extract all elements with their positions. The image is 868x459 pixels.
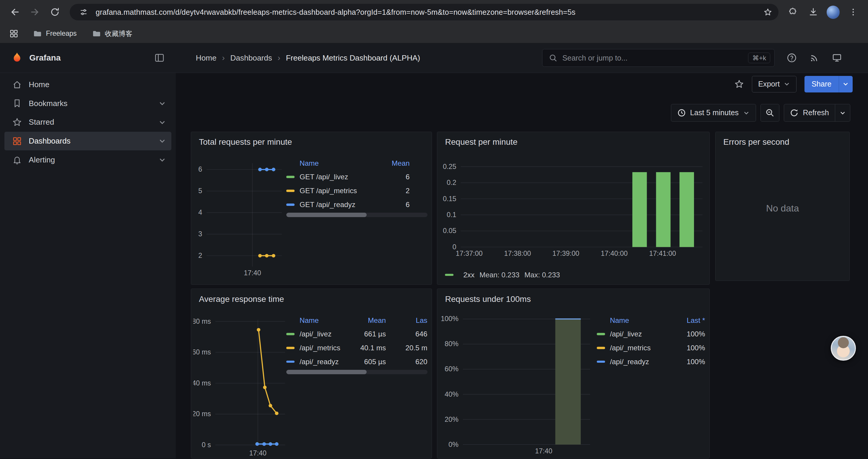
no-data-message: No data <box>716 203 849 214</box>
svg-text:40 ms: 40 ms <box>193 379 211 387</box>
series-mean: 661 µs <box>354 330 386 338</box>
bookmark-blog[interactable]: 收藏博客 <box>89 27 136 40</box>
series-name: GET /api/_metrics <box>300 187 378 195</box>
series-swatch <box>597 333 605 335</box>
legend-row[interactable]: /api/_metrics 40.1 ms 20.5 m <box>286 341 427 355</box>
menu-kebab-icon[interactable] <box>844 3 863 22</box>
chevron-down-icon[interactable] <box>158 156 166 164</box>
assistant-avatar[interactable] <box>831 336 856 361</box>
legend-row[interactable]: GET /api/_readyz 6 <box>286 198 427 211</box>
grafana-brand[interactable]: Grafana <box>11 52 61 64</box>
avg-response-chart[interactable]: 0 s20 ms40 ms60 ms80 ms17:40 <box>193 316 288 458</box>
legend-col-mean[interactable]: Mean <box>354 316 386 325</box>
url-bar[interactable]: grafana.mathmast.com/d/deytv4rwavabkb/fr… <box>70 4 778 21</box>
legend-row[interactable]: /api/_readyz 100% <box>597 355 705 369</box>
panel-title[interactable]: Total requests per minute <box>191 132 432 147</box>
legend-col-last[interactable]: Las <box>386 316 427 325</box>
sidebar-item-starred[interactable]: Starred <box>4 113 172 132</box>
breadcrumb-home[interactable]: Home <box>196 54 217 63</box>
refresh-interval-caret[interactable] <box>835 104 850 122</box>
bookmark-freeleaps[interactable]: Freeleaps <box>30 28 80 40</box>
sidebar-item-alerting[interactable]: Alerting <box>4 150 172 169</box>
sidebar-item-dashboards[interactable]: Dashboards <box>4 132 172 151</box>
panel-title[interactable]: Request per minute <box>437 132 709 147</box>
sidebar-item-label: Starred <box>29 118 54 127</box>
downloads-icon[interactable] <box>804 3 823 22</box>
legend-scrollbar[interactable] <box>286 213 427 217</box>
zoom-out-icon <box>766 108 774 117</box>
series-mean: 6 <box>378 201 410 209</box>
monitor-icon[interactable] <box>832 53 842 63</box>
series-name: /api/_metrics <box>300 344 354 352</box>
chevron-down-icon[interactable] <box>158 137 166 145</box>
scrollbar-thumb[interactable] <box>286 213 367 217</box>
svg-text:80 ms: 80 ms <box>193 318 211 325</box>
series-swatch <box>286 333 294 335</box>
panel-title[interactable]: Errors per second <box>716 132 849 147</box>
legend-row[interactable]: GET /api/_metrics 2 <box>286 184 427 198</box>
reload-icon <box>50 7 60 18</box>
share-button[interactable]: Share <box>804 76 839 93</box>
back-button[interactable] <box>6 3 25 22</box>
share-menu-caret[interactable] <box>839 76 852 93</box>
chevron-down-icon <box>743 109 749 116</box>
legend-row[interactable]: /api/_livez 100% <box>597 327 705 341</box>
legend-col-last[interactable]: Last * <box>673 316 705 325</box>
chevron-down-icon[interactable] <box>158 100 166 107</box>
rss-icon[interactable] <box>809 53 819 63</box>
panel-title[interactable]: Requests under 100ms <box>437 289 709 304</box>
chevron-down-icon[interactable] <box>158 119 166 126</box>
breadcrumb-separator: › <box>222 53 224 63</box>
legend-col-name[interactable]: Name <box>597 316 673 325</box>
series-name: /api/_livez <box>300 330 354 338</box>
extensions-icon[interactable] <box>784 3 803 22</box>
share-label: Share <box>812 80 831 88</box>
legend-col-name[interactable]: Name <box>286 316 354 325</box>
legend-row[interactable]: /api/_livez 661 µs 646 <box>286 327 427 341</box>
chart-legend[interactable]: 2xx Mean: 0.233 Max: 0.233 <box>445 271 560 279</box>
under-100ms-chart[interactable]: 0%20%40%60%80%100%17:40 <box>441 315 593 459</box>
reload-button[interactable] <box>45 3 64 22</box>
series-last: 20.5 m <box>386 344 427 352</box>
series-last: 100% <box>673 358 705 366</box>
series-name: 2xx <box>463 271 474 279</box>
requests-per-minute-chart[interactable]: 00.050.10.150.20.2517:37:0017:38:0017:39… <box>441 157 706 264</box>
svg-text:5: 5 <box>198 187 202 195</box>
favorite-star-icon[interactable] <box>734 79 744 89</box>
svg-text:20 ms: 20 ms <box>193 410 211 418</box>
legend-row[interactable]: /api/_readyz 605 µs 620 <box>286 355 427 369</box>
sidebar-item-home[interactable]: Home <box>4 75 172 94</box>
sidebar-toggle-icon[interactable] <box>154 52 165 63</box>
profile-avatar[interactable] <box>824 3 843 22</box>
sidebar-item-label: Dashboards <box>29 136 70 145</box>
dashboard-actions-row: Export Share <box>176 73 868 95</box>
svg-text:60%: 60% <box>445 365 459 373</box>
search-input[interactable]: Search or jump to... ⌘+k <box>542 49 774 67</box>
zoom-out-button[interactable] <box>761 104 779 122</box>
series-last: 646 <box>386 330 427 338</box>
search-icon <box>549 54 557 62</box>
total-requests-chart[interactable]: 2345617:40 <box>194 159 285 283</box>
export-button[interactable]: Export <box>752 76 797 93</box>
clock-icon <box>677 109 686 117</box>
legend-row[interactable]: /api/_metrics 100% <box>597 341 705 355</box>
refresh-button[interactable]: Refresh <box>784 104 836 122</box>
apps-grid-icon[interactable] <box>6 26 21 41</box>
bookmark-star-icon[interactable] <box>761 5 775 20</box>
legend-col-name[interactable]: Name <box>286 159 378 167</box>
svg-text:100%: 100% <box>441 315 459 323</box>
breadcrumb-current: Freeleaps Metrics Dashboard (ALPHA) <box>286 54 420 63</box>
chevron-down-icon <box>842 80 849 87</box>
panel-title[interactable]: Average response time <box>191 289 432 304</box>
legend-col-mean[interactable]: Mean <box>378 159 410 167</box>
sidebar-item-bookmarks[interactable]: Bookmarks <box>4 94 172 113</box>
legend-scrollbar[interactable] <box>286 370 427 374</box>
browser-window: grafana.mathmast.com/d/deytv4rwavabkb/fr… <box>0 0 868 458</box>
time-range-picker[interactable]: Last 5 minutes <box>671 104 756 122</box>
legend-row[interactable]: GET /api/_livez 6 <box>286 170 427 184</box>
forward-button[interactable] <box>25 3 44 22</box>
scrollbar-thumb[interactable] <box>286 370 367 374</box>
breadcrumb-dashboards[interactable]: Dashboards <box>230 54 272 63</box>
help-icon[interactable] <box>787 53 797 63</box>
site-info-icon[interactable] <box>76 5 91 20</box>
